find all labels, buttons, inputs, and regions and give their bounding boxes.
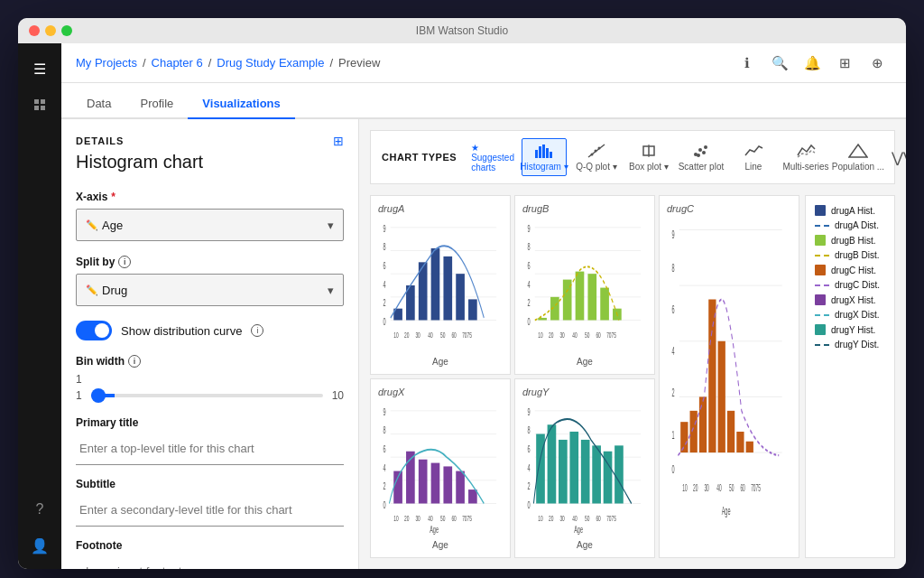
svg-text:50: 50 [585, 330, 589, 340]
svg-rect-89 [456, 471, 465, 504]
chart-type-qq[interactable]: Q-Q plot ▾ [574, 139, 619, 175]
chart-type-multiseries[interactable]: Multi-series [783, 139, 828, 175]
info-button[interactable]: ℹ [733, 49, 762, 78]
svg-rect-37 [431, 248, 440, 321]
legend-color-swatch [815, 294, 826, 305]
slider-min-label: 1 [76, 389, 82, 402]
close-button[interactable] [29, 25, 40, 36]
svg-text:7075: 7075 [606, 513, 616, 523]
svg-text:10: 10 [393, 330, 398, 340]
chart-types-label: CHART TYPES [382, 152, 457, 163]
sidebar-chart-title: Histogram chart [76, 152, 344, 172]
user-icon[interactable]: 👤 [23, 529, 56, 562]
subtitle-label: Subtitle [76, 478, 344, 490]
svg-text:4: 4 [672, 345, 675, 358]
svg-text:8: 8 [672, 261, 675, 274]
notifications-button[interactable]: 🔔 [798, 49, 827, 78]
split-by-select[interactable]: ✏️ Drug ▾ [76, 274, 344, 306]
svg-text:10: 10 [393, 513, 398, 523]
slider-row: 1 10 [76, 389, 344, 402]
chart-type-histogram[interactable]: Histogram ▾ [522, 138, 567, 176]
svg-text:7075: 7075 [606, 330, 616, 340]
subtitle-input[interactable] [76, 494, 344, 527]
svg-text:50: 50 [585, 513, 589, 523]
app-body: ☰ ? 👤 My Projects / Chapter 6 / [18, 43, 906, 569]
bin-width-info-icon[interactable]: i [128, 355, 141, 368]
grid-button[interactable]: ⊞ [830, 49, 859, 78]
bin-width-slider[interactable] [91, 394, 323, 397]
chart-type-population[interactable]: Population ... [836, 139, 881, 175]
multiseries-icon [796, 143, 816, 159]
line-icon [744, 143, 763, 159]
legend-color-swatch [815, 324, 826, 335]
suggested-charts-link[interactable]: ★ Suggested charts [471, 143, 514, 172]
chevron-down-icon: ▾ [328, 219, 334, 232]
chevron-down-icon-2: ▾ [328, 284, 334, 297]
tab-profile[interactable]: Profile [125, 89, 188, 119]
svg-rect-64 [600, 288, 609, 321]
drugC-title: drugC [667, 203, 791, 214]
subtitle-group: Subtitle [76, 478, 344, 527]
chart-type-line[interactable]: Line [731, 139, 776, 175]
pages-icon[interactable] [23, 89, 56, 121]
svg-text:2: 2 [528, 481, 531, 491]
svg-text:30: 30 [704, 482, 709, 494]
tab-visualizations[interactable]: Visualizations [188, 89, 294, 119]
svg-rect-1 [41, 99, 45, 104]
legend-item: drugA Hist. [815, 205, 885, 216]
primary-title-label: Primary title [76, 416, 344, 429]
svg-rect-143 [727, 411, 735, 452]
drugA-title: drugA [378, 203, 503, 214]
tab-data[interactable]: Data [72, 89, 125, 119]
svg-rect-86 [419, 460, 428, 504]
drugX-title: drugX [378, 387, 503, 397]
maximize-button[interactable] [61, 25, 72, 36]
split-by-info-icon[interactable]: i [118, 256, 131, 268]
drugY-title: drugY [522, 387, 647, 397]
svg-text:2: 2 [672, 387, 675, 399]
svg-text:30: 30 [559, 330, 564, 340]
svg-rect-38 [443, 256, 452, 321]
legend-item: drugB Hist. [815, 235, 885, 246]
breadcrumb-chapter6[interactable]: Chapter 6 [152, 56, 203, 70]
svg-text:40: 40 [572, 513, 577, 523]
svg-text:50: 50 [440, 513, 445, 523]
drugB-title: drugB [522, 203, 647, 214]
distribution-info-icon[interactable]: i [251, 324, 263, 337]
pencil-icon: ✏️ [86, 219, 98, 231]
legend-item: drugX Dist. [815, 310, 885, 320]
distribution-toggle[interactable] [76, 321, 112, 340]
svg-text:30: 30 [415, 330, 420, 340]
expand-chart-types-icon[interactable]: ⋁⋁ [892, 149, 906, 166]
footnote-input[interactable] [76, 555, 344, 569]
svg-text:4: 4 [528, 463, 531, 473]
search-button[interactable]: 🔍 [765, 49, 794, 78]
primary-title-input[interactable] [76, 433, 344, 465]
footnote-label: Footnote [76, 539, 344, 552]
breadcrumb-drug-study[interactable]: Drug Study Example [217, 56, 324, 70]
help-icon[interactable]: ? [23, 493, 56, 526]
footnote-group: Footnote [76, 539, 344, 569]
svg-rect-7 [546, 148, 549, 158]
svg-point-21 [702, 151, 706, 154]
population-label: Population ... [832, 162, 884, 172]
sidebar-expand-icon[interactable]: ⊞ [333, 134, 344, 148]
chart-type-scatter[interactable]: Scatter plot [679, 139, 724, 175]
minimize-button[interactable] [45, 25, 56, 36]
chart-drugY: drugY 9 8 6 4 2 0 [514, 378, 655, 558]
svg-text:6: 6 [672, 303, 675, 315]
legend-item: drugA Dist. [815, 220, 885, 230]
x-axis-select[interactable]: ✏️ Age ▾ [76, 209, 344, 241]
svg-text:20: 20 [404, 330, 409, 340]
hamburger-menu[interactable]: ☰ [23, 52, 56, 85]
breadcrumb-my-projects[interactable]: My Projects [76, 56, 137, 70]
chart-type-boxplot[interactable]: Box plot ▾ [626, 139, 671, 175]
scatter-label: Scatter plot [679, 162, 725, 172]
boxplot-label: Box plot ▾ [629, 162, 669, 172]
left-nav: ☰ ? 👤 [18, 43, 61, 569]
histogram-icon [534, 143, 554, 159]
svg-point-19 [704, 145, 707, 149]
settings-button[interactable]: ⊕ [863, 49, 892, 78]
content-area: DETAILS ⊞ Histogram chart X-axis* ✏️ Age… [61, 119, 906, 569]
drugX-x-label: Age [378, 540, 503, 550]
